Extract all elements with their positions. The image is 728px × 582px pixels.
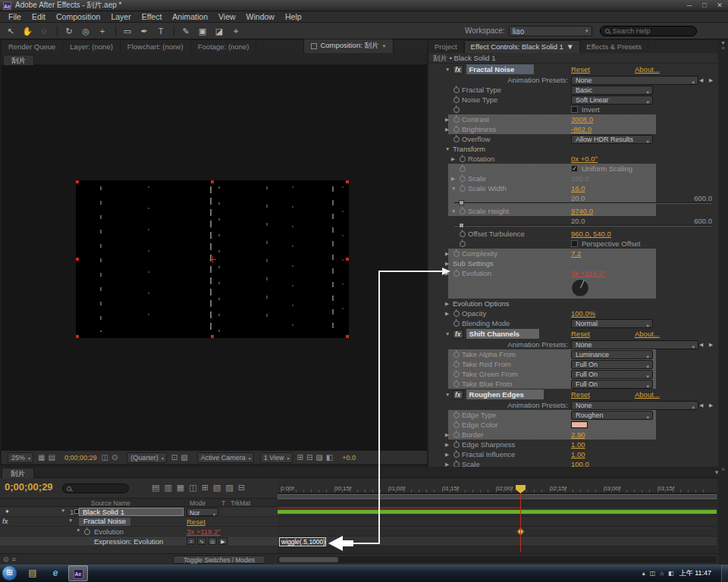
tray-icon[interactable]: ▴ <box>642 570 645 577</box>
panel-menu-strip[interactable]: ▼≡ <box>718 40 728 467</box>
twirl-icon[interactable]: ▶ <box>445 251 453 257</box>
rotate-tool[interactable]: ↻ <box>61 25 77 37</box>
transform-handle[interactable] <box>346 180 349 183</box>
param-value[interactable]: 3x +119.2° <box>571 269 605 277</box>
snapshot-icons[interactable]: ◫⊙ <box>101 453 121 462</box>
timeline-icon[interactable]: ▤ <box>152 483 159 493</box>
transform-handle[interactable] <box>76 335 79 338</box>
start-button[interactable]: ⊞ <box>2 566 17 580</box>
reset-link[interactable]: Reset <box>571 65 590 74</box>
property-row[interactable]: ▼ Evolution 3x +119.2° <box>0 527 278 537</box>
viewer-icon[interactable]: ⊞ <box>297 453 303 462</box>
twirl-icon[interactable]: ▶ <box>445 432 453 438</box>
transform-handle[interactable] <box>211 335 214 338</box>
expression-row[interactable]: Expression: Evolution =∿◎▶ <box>0 537 278 546</box>
brush-tool[interactable]: ✎ <box>178 25 193 37</box>
evolution-dial[interactable] <box>571 279 589 297</box>
show-desktop-button[interactable] <box>721 565 728 582</box>
timeline-icon[interactable]: ⊞ <box>202 483 209 493</box>
property-track[interactable] <box>278 527 717 537</box>
viewer-icon[interactable]: ⊡ <box>171 453 177 462</box>
minimize-button[interactable]: ─ <box>684 2 695 9</box>
presets-dropdown[interactable]: None▼ <box>571 340 698 349</box>
workspace-dropdown[interactable]: liao ▼ <box>509 26 592 36</box>
preset-prev-next-icons[interactable]: ◀ ▶ <box>699 402 715 408</box>
preset-prev-next-icons[interactable]: ◀ ▶ <box>699 342 715 348</box>
twirl-icon[interactable]: ▶ <box>445 261 453 267</box>
timeline-bottom-icon[interactable]: ≡ <box>12 555 19 563</box>
twirl-icon[interactable]: ▶ <box>445 117 453 123</box>
type-tool[interactable]: T <box>153 25 168 37</box>
puppet-pin-tool[interactable]: ⌖ <box>228 25 243 37</box>
timeline-icon[interactable]: ▧ <box>213 483 221 493</box>
viewer-icon[interactable]: ◧ <box>326 453 333 462</box>
tray-icon[interactable]: ◧ <box>668 570 674 577</box>
tab-effect-controls-black-solid-1[interactable]: Effect Controls: Black Solid 1▼ <box>464 40 581 53</box>
timeline-header-icons[interactable]: ▤▥▦◫⊞▧▨⊟ <box>152 483 245 493</box>
taskbar-explorer[interactable]: ▤ <box>23 565 42 581</box>
param-value[interactable]: 7.2 <box>571 249 581 258</box>
taskbar-ie[interactable]: e <box>46 565 65 581</box>
viewer-icon[interactable]: ⊙ <box>111 453 118 462</box>
menu-window[interactable]: Window <box>241 12 280 21</box>
color-swatch[interactable] <box>571 421 588 428</box>
mask-shape-tool[interactable]: ▭ <box>120 25 135 37</box>
dropdown-blending-mode[interactable]: Normal▼ <box>571 319 653 328</box>
hand-tool[interactable]: ✋ <box>20 25 35 37</box>
reset-link[interactable]: Reset <box>571 390 590 399</box>
expression-field[interactable]: wiggle(.5,1000) <box>279 537 326 546</box>
layer-duration-bar[interactable] <box>278 509 717 514</box>
param-value[interactable]: 9740.0 <box>571 207 593 215</box>
tab-composition[interactable]: Composition: 刮片▼ <box>303 39 394 53</box>
menu-animation[interactable]: Animation <box>167 12 213 21</box>
exposure-value[interactable]: +0.0 <box>342 454 356 462</box>
dropdown-take-green-from[interactable]: Full On▼ <box>571 370 653 379</box>
about-link[interactable]: About... <box>635 330 660 338</box>
transform-handle[interactable] <box>76 258 79 261</box>
maximize-button[interactable]: □ <box>699 2 710 9</box>
eraser-tool[interactable]: ◪ <box>212 25 227 37</box>
timeline-bottom-icon[interactable]: ⊙ <box>3 555 12 563</box>
timeline-track-area[interactable]: 0:00f00:15f01:00f01:15f02:00f02:15f03:00… <box>278 478 717 553</box>
tab-effects-presets[interactable]: Effects & Presets <box>580 41 648 53</box>
viewer-icon[interactable]: ⊟ <box>306 453 312 462</box>
slider-thumb[interactable] <box>459 223 464 228</box>
toggle-switches-button[interactable]: Toggle Switches / Modes <box>173 555 265 564</box>
property-value[interactable]: 3x +119.2° <box>187 527 221 536</box>
view-layout-dropdown[interactable]: 1 View▼ <box>260 452 293 463</box>
param-value[interactable]: 100.0 <box>571 174 589 183</box>
twirl-icon[interactable]: ▼ <box>451 186 459 191</box>
timeline-icon[interactable]: ⊟ <box>238 483 245 493</box>
time-ruler[interactable]: 0:00f00:15f01:00f01:15f02:00f02:15f03:00… <box>278 478 717 493</box>
tray-icon[interactable]: ⌂ <box>660 570 664 577</box>
taskbar-after-effects[interactable]: Ae <box>68 565 88 581</box>
twirl-icon[interactable]: ▼ <box>445 67 453 72</box>
twirl-icon[interactable]: ▶ <box>451 176 459 182</box>
tab-composition-name[interactable]: 刮片 <box>3 55 34 65</box>
twirl-icon[interactable]: ▶ <box>445 442 453 448</box>
twirl-icon[interactable]: ▼ <box>445 331 453 336</box>
twirl-icon[interactable]: ▼ <box>68 518 73 523</box>
timeline-current-time[interactable]: 0;00;00;29 <box>5 481 53 493</box>
dropdown-take-red-from[interactable]: Full On▼ <box>571 360 653 369</box>
effect-row[interactable]: fx ▼ Fractal Noise Reset <box>0 517 278 527</box>
menu-view[interactable]: View <box>213 12 241 21</box>
twirl-icon[interactable]: ▶ <box>445 311 453 317</box>
menu-file[interactable]: File <box>3 12 27 21</box>
current-time-display[interactable]: 0;00;00;29 <box>64 454 97 462</box>
twirl-icon[interactable]: ▶ <box>445 452 453 458</box>
left-tab-layer-none[interactable]: Layer: (none) <box>63 41 121 53</box>
expression-icon[interactable]: = <box>187 537 196 545</box>
zoom-dropdown[interactable]: 25%▼ <box>8 452 33 463</box>
pan-behind-tool[interactable]: + <box>95 25 110 37</box>
dropdown-overflow[interactable]: Allow HDR Results▼ <box>571 135 653 144</box>
expression-icon[interactable]: ▶ <box>218 537 228 545</box>
param-value[interactable]: 3008.0 <box>571 115 593 124</box>
param-value[interactable]: -862.0 <box>571 125 592 133</box>
viewer-icon[interactable]: ◫ <box>101 453 108 462</box>
pixel-aspect-icons[interactable]: ⊞⊟▨◧ <box>297 453 337 462</box>
viewer-icon[interactable]: ▤ <box>48 453 55 462</box>
about-link[interactable]: About... <box>635 390 660 399</box>
twirl-icon[interactable]: ▶ <box>445 271 453 277</box>
effect-reset-link[interactable]: Reset <box>187 518 206 526</box>
